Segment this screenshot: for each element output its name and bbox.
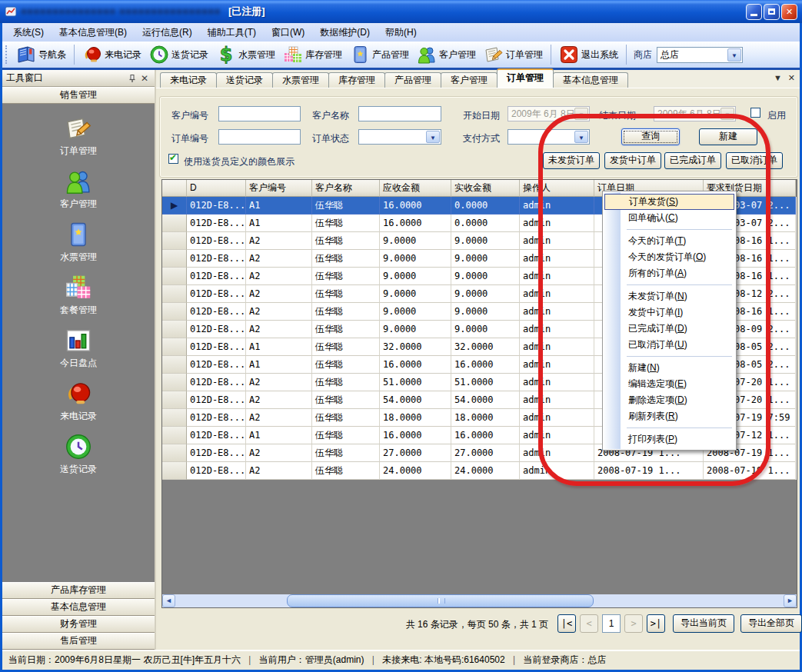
sidebar-section-sales[interactable]: 销售管理 xyxy=(2,87,155,104)
row-selector[interactable] xyxy=(162,374,187,391)
tab-0[interactable]: 来电记录 xyxy=(160,72,217,88)
menubar-item-6[interactable]: 帮助(H) xyxy=(378,24,424,41)
toolbar-button-customers[interactable]: 客户管理 xyxy=(413,43,480,66)
color-display-checkbox[interactable] xyxy=(168,154,178,164)
row-selector[interactable] xyxy=(162,462,187,480)
tab-close-icon[interactable]: ✕ xyxy=(788,73,795,83)
toolbar-button-inventory-grid[interactable]: 库存管理 xyxy=(279,43,346,66)
enable-date-checkbox[interactable] xyxy=(750,108,760,118)
scrollbar-thumb[interactable] xyxy=(287,594,594,607)
context-menu-item-8[interactable]: 发货中订单(I) xyxy=(604,304,735,321)
row-selector[interactable] xyxy=(162,250,187,268)
order-state-select[interactable]: ▼ xyxy=(358,129,441,145)
column-header-received-amount[interactable]: 实收金额 xyxy=(451,180,520,197)
row-selector[interactable] xyxy=(162,268,187,285)
context-menu-item-17[interactable]: 打印列表(P) xyxy=(604,431,735,447)
toolbar-button-dollar[interactable]: $水票管理 xyxy=(212,43,279,66)
row-selector[interactable]: ▶ xyxy=(162,197,187,215)
menubar-item-1[interactable]: 基本信息管理(B) xyxy=(52,24,135,41)
tab-7[interactable]: 基本信息管理 xyxy=(553,72,628,88)
sidebar-section-1[interactable]: 基本信息管理 xyxy=(2,599,155,616)
column-header-customer-code[interactable]: 客户编号 xyxy=(246,180,312,197)
not-shipped-orders-button[interactable]: 未发货订单 xyxy=(543,152,600,169)
scroll-right-icon[interactable]: ► xyxy=(784,594,797,607)
sidebar-item-bell[interactable]: 来电记录 xyxy=(2,380,155,423)
column-header-receivable-amount[interactable]: 应收金额 xyxy=(380,180,451,197)
row-selector[interactable] xyxy=(162,338,187,356)
query-button[interactable]: 查询 xyxy=(621,128,680,145)
toolbar-button-product-box[interactable]: 产品管理 xyxy=(346,43,413,66)
last-page-button[interactable]: >| xyxy=(647,614,665,633)
new-button[interactable]: 新建 xyxy=(699,128,757,145)
row-selector[interactable] xyxy=(162,285,187,303)
context-menu-item-1[interactable]: 回单确认(C) xyxy=(604,210,735,226)
cancelled-orders-button[interactable]: 已取消订单 xyxy=(726,152,783,169)
sidebar-section-3[interactable]: 售后管理 xyxy=(2,633,155,650)
column-header-selector[interactable] xyxy=(162,180,187,197)
minimize-button[interactable] xyxy=(746,4,762,20)
pay-method-select[interactable]: ▼ xyxy=(507,129,590,145)
context-menu-item-13[interactable]: 编辑选定项(E) xyxy=(604,376,735,392)
context-menu-item-14[interactable]: 删除选定项(D) xyxy=(604,392,735,408)
page-number-input[interactable] xyxy=(602,614,621,633)
row-selector[interactable] xyxy=(162,409,187,427)
menubar-item-0[interactable]: 系统(S) xyxy=(5,24,52,41)
close-icon[interactable]: ✕ xyxy=(138,72,151,85)
row-selector[interactable] xyxy=(162,444,187,462)
row-selector[interactable] xyxy=(162,232,187,250)
export-current-page-button[interactable]: 导出当前页 xyxy=(673,614,734,633)
export-all-pages-button[interactable]: 导出全部页 xyxy=(740,614,802,633)
scroll-left-icon[interactable]: ◄ xyxy=(162,594,175,607)
sidebar-item-clock[interactable]: 送货记录 xyxy=(2,433,155,476)
customer-name-input[interactable] xyxy=(358,106,441,121)
end-date-picker[interactable]: 2009年 6月 8日 ▼ xyxy=(654,106,736,121)
context-menu-item-7[interactable]: 未发货订单(N) xyxy=(604,288,735,304)
completed-orders-button[interactable]: 已完成订单 xyxy=(664,152,721,169)
column-header-customer-name[interactable]: 客户名称 xyxy=(312,180,380,197)
context-menu-item-4[interactable]: 今天的发货订单(O) xyxy=(604,249,735,265)
prev-page-button[interactable]: < xyxy=(580,614,598,633)
order-code-input[interactable] xyxy=(218,129,301,145)
context-menu-item-12[interactable]: 新建(N) xyxy=(604,360,735,376)
sidebar-item-combo-grid[interactable]: 套餐管理 xyxy=(2,274,155,317)
horizontal-scrollbar[interactable]: ◄ ► xyxy=(162,594,797,607)
column-header-operator[interactable]: 操作人 xyxy=(520,180,594,197)
menubar-item-4[interactable]: 窗口(W) xyxy=(264,24,312,41)
pin-icon[interactable] xyxy=(126,72,138,85)
first-page-button[interactable]: |< xyxy=(557,614,576,633)
start-date-picker[interactable]: 2009年 6月 8日 ▼ xyxy=(507,106,590,121)
tab-6[interactable]: 订单管理 xyxy=(497,68,554,88)
toolbar-button-bell[interactable]: 来电记录 xyxy=(78,43,145,66)
context-menu-item-5[interactable]: 所有的订单(A) xyxy=(604,265,735,281)
context-menu-item-0[interactable]: 订单发货(S) xyxy=(604,194,734,210)
sidebar-item-chart[interactable]: 今日盘点 xyxy=(2,327,155,370)
sidebar-section-2[interactable]: 财务管理 xyxy=(2,616,155,633)
sidebar-item-customers[interactable]: 客户管理 xyxy=(2,168,155,211)
toolbar-button-nav-book[interactable]: 导航条 xyxy=(12,43,70,66)
column-header-id[interactable]: D xyxy=(187,180,246,197)
shipping-orders-button[interactable]: 发货中订单 xyxy=(604,152,661,169)
shop-combobox[interactable]: 总店 ▼ xyxy=(657,47,743,63)
chevron-down-icon[interactable]: ▼ xyxy=(727,48,741,62)
menubar-item-5[interactable]: 数据维护(D) xyxy=(312,24,378,41)
context-menu-item-10[interactable]: 已取消订单(U) xyxy=(604,337,735,353)
row-selector[interactable] xyxy=(162,215,187,232)
context-menu-item-15[interactable]: 刷新列表(R) xyxy=(604,408,735,424)
tab-5[interactable]: 客户管理 xyxy=(441,72,498,88)
row-selector[interactable] xyxy=(162,427,187,444)
next-page-button[interactable]: > xyxy=(624,614,643,633)
context-menu-item-3[interactable]: 今天的订单(T) xyxy=(604,233,735,249)
toolbar-button-clock[interactable]: 送货记录 xyxy=(145,43,212,66)
row-selector[interactable] xyxy=(162,356,187,374)
sidebar-item-order-pen[interactable]: 订单管理 xyxy=(2,115,155,158)
tab-3[interactable]: 库存管理 xyxy=(328,72,385,88)
row-selector[interactable] xyxy=(162,303,187,321)
toolbar-button-exit[interactable]: 退出系统 xyxy=(555,43,622,66)
tab-list-dropdown-icon[interactable]: ▼ xyxy=(774,73,782,83)
scrollbar-track[interactable] xyxy=(175,594,784,607)
tab-2[interactable]: 水票管理 xyxy=(272,72,329,88)
row-selector[interactable] xyxy=(162,321,187,338)
menubar-item-2[interactable]: 运行信息(R) xyxy=(135,24,200,41)
sidebar-section-0[interactable]: 产品库存管理 xyxy=(2,582,155,599)
tab-1[interactable]: 送货记录 xyxy=(216,72,273,88)
